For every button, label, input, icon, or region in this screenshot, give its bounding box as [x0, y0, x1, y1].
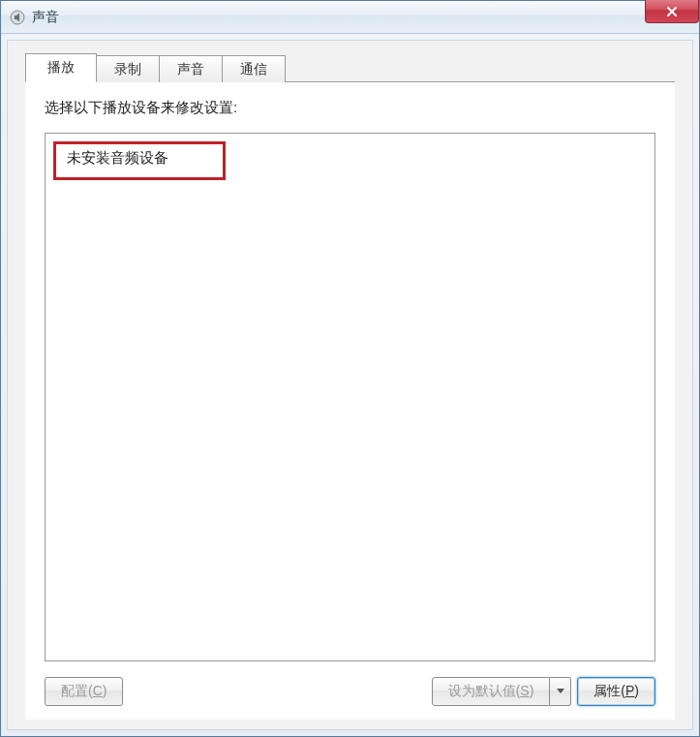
device-list[interactable]: 未安装音频设备 — [45, 133, 655, 661]
tab-strip: 播放 录制 声音 通信 — [25, 52, 675, 81]
tab-playback[interactable]: 播放 — [25, 53, 97, 82]
set-default-split-button: 设为默认值(S) — [432, 677, 572, 706]
properties-button[interactable]: 属性(P) — [577, 677, 655, 706]
configure-button: 配置(C) — [45, 677, 123, 706]
button-row: 配置(C) 设为默认值(S) 属性(P) — [45, 677, 655, 706]
tab-panel-playback: 选择以下播放设备来修改设置: 未安装音频设备 配置(C) 设为默认值(S) 属性… — [25, 81, 675, 720]
set-default-dropdown[interactable] — [550, 677, 571, 706]
chevron-down-icon — [557, 689, 564, 694]
tab-recording[interactable]: 录制 — [96, 55, 160, 82]
no-device-text: 未安装音频设备 — [61, 147, 639, 168]
close-icon — [666, 6, 678, 17]
tab-communications[interactable]: 通信 — [222, 55, 286, 82]
titlebar[interactable]: 声音 — [1, 1, 699, 34]
sound-icon — [9, 9, 26, 26]
close-button[interactable] — [645, 0, 699, 23]
instruction-text: 选择以下播放设备来修改设置: — [45, 99, 655, 117]
sound-dialog-window: 声音 播放 录制 声音 通信 选择以下播放设备来修改设置: 未安装音频设备 配置… — [0, 0, 700, 737]
set-default-button: 设为默认值(S) — [432, 677, 551, 706]
tab-sounds[interactable]: 声音 — [159, 55, 223, 82]
window-title: 声音 — [32, 9, 59, 26]
dialog-content: 播放 录制 声音 通信 选择以下播放设备来修改设置: 未安装音频设备 配置(C)… — [7, 40, 693, 730]
